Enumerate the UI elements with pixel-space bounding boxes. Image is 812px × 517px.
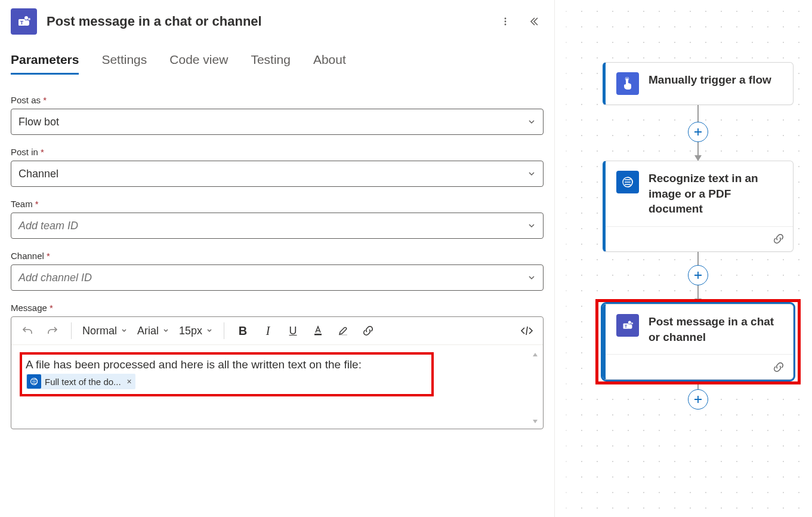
select-value: Flow bot — [18, 116, 59, 128]
teams-icon: T — [616, 314, 639, 337]
link-button[interactable] — [358, 321, 378, 341]
flow-node-post-message[interactable]: T Post message in a chat or channel — [603, 304, 794, 380]
scrollbar[interactable] — [531, 351, 539, 425]
bold-button[interactable]: B — [233, 321, 253, 341]
team-select[interactable]: Add team ID — [11, 213, 544, 239]
node-footer — [606, 354, 793, 379]
teams-icon: T — [11, 8, 37, 35]
select-value: Channel — [18, 168, 58, 180]
editor-toolbar: Normal Arial 15px B I U — [11, 317, 543, 345]
field-post-in: Post in * Channel — [11, 147, 544, 187]
flow-canvas[interactable]: Manually trigger a flow Recognize text i… — [555, 0, 812, 517]
ai-icon — [27, 374, 41, 389]
tab-settings[interactable]: Settings — [101, 53, 147, 75]
post-in-select[interactable]: Channel — [11, 161, 544, 187]
italic-button[interactable]: I — [258, 321, 278, 341]
undo-button[interactable] — [17, 321, 38, 341]
node-title: Manually trigger a flow — [649, 72, 771, 95]
font-dropdown[interactable]: Arial — [135, 322, 172, 340]
code-view-button[interactable] — [517, 321, 537, 341]
tab-about[interactable]: About — [313, 53, 346, 75]
token-remove[interactable]: × — [127, 377, 132, 386]
rich-text-editor: Normal Arial 15px B I U A file has been … — [11, 316, 544, 429]
tab-testing[interactable]: Testing — [251, 53, 291, 75]
svg-rect-8 — [314, 334, 322, 336]
select-placeholder: Add channel ID — [18, 272, 92, 284]
field-label: Channel * — [11, 251, 544, 261]
collapse-panel-button[interactable] — [524, 12, 544, 31]
svg-point-5 — [505, 18, 507, 20]
svg-rect-9 — [339, 334, 347, 336]
svg-point-13 — [628, 321, 631, 324]
chevron-down-icon — [527, 170, 536, 178]
flow-node-trigger[interactable]: Manually trigger a flow — [603, 62, 794, 105]
size-dropdown[interactable]: 15px — [177, 322, 215, 340]
node-title: Recognize text in an image or a PDF docu… — [649, 171, 782, 217]
format-dropdown[interactable]: Normal — [80, 322, 130, 340]
redo-button[interactable] — [42, 321, 63, 341]
svg-point-6 — [505, 21, 507, 23]
node-footer — [606, 226, 793, 251]
svg-text:T: T — [20, 20, 24, 26]
add-step-button[interactable] — [688, 389, 708, 410]
field-label: Post in * — [11, 147, 544, 157]
field-team: Team * Add team ID — [11, 199, 544, 239]
field-label: Post as * — [11, 95, 544, 105]
field-label: Team * — [11, 199, 544, 209]
editor-body[interactable]: A file has been processed and here is al… — [11, 345, 543, 429]
flow-node-recognize-text[interactable]: Recognize text in an image or a PDF docu… — [603, 161, 794, 252]
svg-point-1 — [28, 18, 30, 20]
field-channel: Channel * Add channel ID — [11, 251, 544, 291]
action-config-panel: T Post message in a chat or channel Para… — [0, 0, 555, 517]
field-post-as: Post as * Flow bot — [11, 95, 544, 135]
toolbar-separator — [224, 322, 224, 339]
toolbar-separator — [71, 322, 72, 339]
highlighted-content: A file has been processed and here is al… — [20, 352, 434, 396]
add-step-button[interactable] — [688, 122, 708, 142]
token-label: Full text of the do... — [45, 377, 121, 387]
dynamic-content-token[interactable]: Full text of the do... × — [26, 374, 135, 389]
chevron-down-icon — [527, 118, 536, 126]
svg-text:T: T — [625, 324, 628, 329]
channel-select[interactable]: Add channel ID — [11, 264, 544, 291]
panel-title: Post message in a chat or channel — [47, 14, 486, 29]
panel-header: T Post message in a chat or channel — [11, 8, 544, 35]
chevron-down-icon — [527, 221, 536, 230]
flow-column: Manually trigger a flow Recognize text i… — [603, 62, 794, 410]
editor-text: A file has been processed and here is al… — [26, 358, 428, 371]
svg-point-7 — [505, 24, 507, 26]
field-label: Message * — [11, 303, 544, 313]
font-color-button[interactable] — [308, 321, 328, 341]
tab-code-view[interactable]: Code view — [169, 53, 228, 75]
add-step-button[interactable] — [688, 265, 708, 285]
link-icon — [773, 233, 785, 245]
post-as-select[interactable]: Flow bot — [11, 109, 544, 135]
tab-parameters[interactable]: Parameters — [11, 53, 79, 75]
chevron-down-icon — [527, 273, 536, 282]
more-menu-button[interactable] — [496, 12, 515, 31]
ai-icon — [616, 171, 639, 193]
node-title: Post message in a chat or channel — [649, 314, 782, 344]
select-placeholder: Add team ID — [18, 220, 78, 232]
underline-button[interactable]: U — [283, 321, 303, 341]
highlight-button[interactable] — [333, 321, 353, 341]
svg-point-14 — [631, 322, 633, 324]
tap-icon — [616, 72, 639, 95]
svg-point-0 — [24, 16, 28, 20]
config-tabs: Parameters Settings Code view Testing Ab… — [11, 53, 544, 75]
link-icon — [773, 361, 785, 373]
field-message: Message * Normal Arial 15px B I U — [11, 303, 544, 429]
